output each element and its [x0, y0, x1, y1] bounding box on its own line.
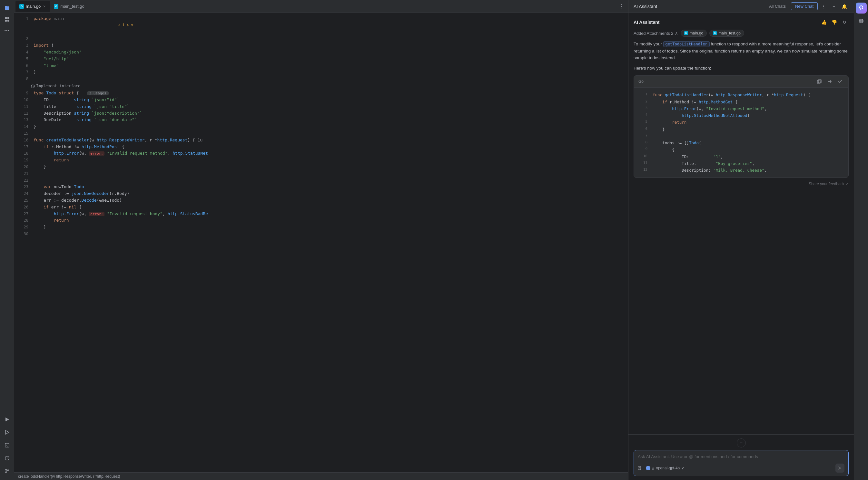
- cb-line-6: 6 }: [634, 126, 848, 133]
- cb-line-10: 10 ID: "1",: [634, 153, 848, 160]
- code-block-actions: [815, 78, 844, 85]
- ai-model-selector[interactable]: # openai-gpt-4o ∨: [645, 465, 685, 471]
- code-line-1: 1 package main ⚠ 1 ∧ ∨: [14, 15, 628, 35]
- code-editor[interactable]: 1 package main ⚠ 1 ∧ ∨ 2 3 import ( 4 "e…: [14, 13, 628, 472]
- ai-more-options-button[interactable]: ⋮: [819, 2, 828, 11]
- ai-input-footer: # openai-gpt-4o ∨: [638, 464, 844, 473]
- go-file-icon: G: [19, 4, 24, 9]
- debug-icon[interactable]: [2, 427, 12, 438]
- code-line-25: 25 err := decoder.Decode(&newTodo): [14, 197, 628, 204]
- code-line-19: 19 return: [14, 157, 628, 164]
- attachments-label: Added Attachments 2: [633, 31, 674, 36]
- svg-text:>_: >_: [6, 444, 8, 447]
- ai-header-actions: All Chats New Chat ⋮ − 🔔: [765, 2, 849, 11]
- model-icon: [646, 466, 650, 470]
- context-file-button[interactable]: [638, 466, 642, 470]
- code-line-10: 10 ID string `json:"id"`: [14, 97, 628, 103]
- model-chevron-icon: ∨: [681, 466, 684, 470]
- svg-text:i: i: [33, 85, 34, 88]
- apply-code-button[interactable]: [836, 78, 844, 85]
- code-block-container: Go 1: [633, 75, 849, 178]
- tab-main-go[interactable]: G main.go ×: [16, 1, 50, 12]
- code-line-14: 14 }: [14, 124, 628, 130]
- code-block-content: 1 func getTodoListHandler(w http.Respons…: [634, 88, 848, 177]
- message-text-3: Here's how you can update the function:: [633, 65, 849, 72]
- code-line-15: 15: [14, 130, 628, 137]
- code-line-2: 2: [14, 35, 628, 42]
- all-chats-button[interactable]: All Chats: [765, 3, 789, 10]
- code-block-header: Go: [634, 76, 848, 88]
- attachment-chip-main-test-go[interactable]: G main_test.go: [709, 30, 744, 37]
- message-sender: AI Assistant: [633, 20, 659, 25]
- cb-line-4: 4 http.StatusMethodNotAllowed): [634, 112, 848, 119]
- code-line-17: 17 if r.Method != http.MethodPost {: [14, 144, 628, 150]
- cb-line-3: 3 http.Error(w, "Invalid request method"…: [634, 105, 848, 112]
- cb-line-12: 12 Description: "Milk, Bread, Cheese",: [634, 167, 848, 174]
- warning-badge[interactable]: ⚠ 1 ∧ ∨: [118, 22, 133, 28]
- ai-input-container: # openai-gpt-4o ∨: [633, 450, 849, 476]
- status-bar: createTodoHandler(w http.ResponseWriter,…: [14, 472, 628, 480]
- problems-icon[interactable]: !: [2, 453, 12, 463]
- code-line-29: 29 }: [14, 224, 628, 231]
- add-context-button[interactable]: +: [737, 439, 746, 447]
- code-line-4: 4 "encoding/json": [14, 49, 628, 56]
- code-line-9: 9 type Todo struct { 3 usages: [14, 90, 628, 97]
- attachment-chip-label-2: main_test.go: [718, 31, 741, 35]
- message-block: AI Assistant 👍 👎 ↻ Added Attachments 2 ∧…: [633, 18, 849, 186]
- code-line-28: 28 return: [14, 217, 628, 224]
- tab-more-button[interactable]: ⋮: [617, 2, 627, 11]
- code-line-6: 6 "time": [14, 63, 628, 69]
- code-line-26: 26 if err != nil {: [14, 204, 628, 211]
- insert-code-button[interactable]: [826, 78, 834, 85]
- attachment-chip-label-1: main.go: [690, 31, 704, 35]
- svg-marker-24: [838, 467, 842, 470]
- attachments-row: Added Attachments 2 ∧ G main.go G main_t…: [633, 30, 849, 37]
- code-line-20: 20 }: [14, 164, 628, 170]
- structure-icon[interactable]: [2, 14, 12, 25]
- new-chat-button[interactable]: New Chat: [791, 2, 818, 10]
- svg-point-11: [5, 472, 7, 473]
- thumbs-down-button[interactable]: 👎: [830, 18, 838, 26]
- git-icon[interactable]: [2, 466, 12, 476]
- attachment-chip-main-go[interactable]: G main.go: [681, 30, 707, 37]
- code-line-13: 13 DueDate string `json:"due_date"`: [14, 116, 628, 124]
- terminal-icon[interactable]: >_: [2, 440, 12, 450]
- implement-interface-hint[interactable]: i Implement interface: [14, 82, 628, 90]
- code-line-8: 8: [14, 76, 628, 82]
- svg-rect-1: [7, 17, 9, 19]
- message-text: To modify your getTodoListHandler functi…: [633, 41, 849, 71]
- svg-marker-5: [5, 431, 9, 434]
- feedback-link[interactable]: Share your feedback ↗: [809, 182, 849, 186]
- refresh-response-button[interactable]: ↻: [840, 18, 849, 26]
- status-text: createTodoHandler(w http.ResponseWriter,…: [18, 474, 120, 479]
- feedback-area: Share your feedback ↗: [633, 182, 849, 186]
- go-test-file-icon: G: [54, 4, 58, 9]
- cb-line-8: 8 todos := []Todo{: [634, 139, 848, 146]
- cb-line-1: 1 func getTodoListHandler(w http.Respons…: [634, 92, 848, 98]
- tab-close-main-go[interactable]: ×: [42, 4, 46, 9]
- hashtag-icon: #: [652, 466, 654, 471]
- ai-minimize-button[interactable]: −: [829, 2, 838, 11]
- code-line-11: 11 Title string `json:"title"`: [14, 103, 628, 110]
- left-sidebar: ••• >_ !: [0, 0, 14, 480]
- run-icon[interactable]: [2, 414, 12, 424]
- folder-icon[interactable]: [2, 3, 12, 13]
- ai-input-field[interactable]: [638, 454, 844, 460]
- attachments-toggle[interactable]: Added Attachments 2 ∧: [633, 31, 678, 36]
- code-line-22: 22: [14, 177, 628, 184]
- database-icon[interactable]: [856, 16, 866, 26]
- code-line-3: 3 import (: [14, 42, 628, 49]
- code-line-5: 5 "net/http": [14, 56, 628, 63]
- copy-code-button[interactable]: [815, 78, 823, 85]
- svg-rect-2: [5, 20, 7, 22]
- code-line-23: 23 var newTodo Todo: [14, 184, 628, 191]
- more-tools-icon[interactable]: •••: [2, 26, 12, 36]
- tab-main-test-go[interactable]: G main_test.go: [50, 1, 88, 12]
- ai-send-button[interactable]: [835, 464, 844, 473]
- inline-code-reference: getTodoListHandler: [663, 41, 710, 47]
- ai-assistant-icon[interactable]: [856, 3, 867, 13]
- thumbs-up-button[interactable]: 👍: [819, 18, 828, 26]
- code-line-7: 7 ): [14, 69, 628, 76]
- ai-notifications-button[interactable]: 🔔: [840, 2, 849, 11]
- ai-content: AI Assistant 👍 👎 ↻ Added Attachments 2 ∧…: [628, 13, 854, 434]
